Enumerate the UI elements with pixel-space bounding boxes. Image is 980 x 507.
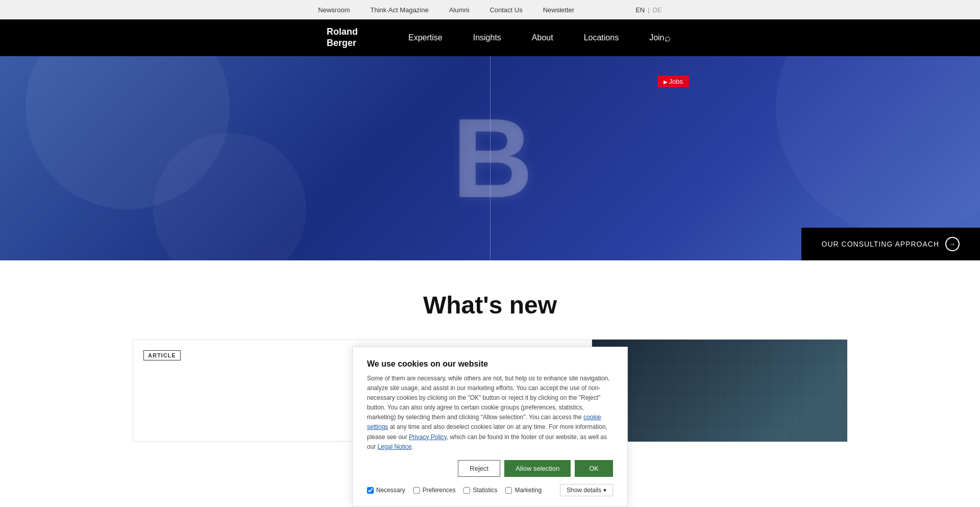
privacy-policy-link[interactable]: Privacy Policy (409, 433, 447, 441)
show-details-label: Show details (567, 487, 601, 494)
lang-de[interactable]: DE (653, 6, 662, 14)
checkbox-marketing-item: Marketing (505, 487, 542, 494)
nav-insights[interactable]: Insights (473, 33, 501, 42)
checkbox-preferences[interactable] (413, 487, 420, 494)
ok-button[interactable]: OK (575, 460, 613, 477)
top-bar: Newsroom Think·Act Magazine Alumni Conta… (0, 0, 980, 19)
vertical-line (490, 56, 491, 260)
whats-new-title: What's new (423, 291, 557, 319)
topbar-contact[interactable]: Contact Us (489, 6, 522, 14)
logo[interactable]: Roland Berger (327, 27, 378, 49)
consulting-approach-button[interactable]: OUR CONSULTING APPROACH → (801, 228, 980, 260)
machine-detail-overlay (592, 340, 847, 442)
search-button[interactable]: ⌕ (665, 32, 671, 44)
checkbox-preferences-item: Preferences (413, 487, 456, 494)
legal-notice-link[interactable]: Legal Notice (378, 443, 412, 450)
reject-button[interactable]: Reject (458, 460, 500, 477)
allow-selection-button[interactable]: Allow selection (504, 460, 571, 477)
checkbox-necessary-label: Necessary (376, 487, 405, 494)
cookie-banner: We use cookies on our website Some of th… (352, 347, 628, 508)
checkbox-marketing[interactable] (505, 487, 512, 494)
topbar-newsroom[interactable]: Newsroom (318, 6, 350, 14)
hero-section: B OUR CONSULTING APPROACH → (0, 56, 980, 260)
main-nav: Roland Berger Expertise Insights About L… (286, 19, 694, 56)
jobs-badge[interactable]: Jobs (657, 76, 689, 87)
arrow-icon: → (945, 237, 960, 251)
checkbox-statistics-item: Statistics (463, 487, 497, 494)
cookie-buttons: Reject Allow selection OK (367, 460, 613, 477)
lang-divider: | (648, 6, 649, 14)
article-image-bg (592, 340, 847, 442)
checkbox-necessary-item: Necessary (367, 487, 405, 494)
nav-locations[interactable]: Locations (584, 33, 619, 42)
consulting-approach-label: OUR CONSULTING APPROACH (822, 240, 939, 248)
lang-switcher: EN | DE (635, 6, 662, 14)
checkbox-statistics-label: Statistics (473, 487, 497, 494)
cookie-checkboxes: Necessary Preferences Statistics Marketi… (367, 484, 613, 496)
nav-about[interactable]: About (532, 33, 553, 42)
nav-join[interactable]: Join (649, 33, 664, 42)
cookie-title: We use cookies on our website (367, 359, 613, 369)
checkbox-preferences-label: Preferences (423, 487, 456, 494)
topbar-alumni[interactable]: Alumni (449, 6, 470, 14)
topbar-think-act[interactable]: Think·Act Magazine (370, 6, 428, 14)
chevron-down-icon: ▾ (603, 487, 606, 494)
lang-en[interactable]: EN (635, 6, 645, 14)
show-details-button[interactable]: Show details ▾ (560, 484, 613, 496)
article-image (592, 340, 847, 442)
nav-links: Expertise Insights About Locations Join (408, 33, 665, 42)
hero-shape-3 (776, 56, 980, 235)
cookie-text: Some of them are necessary, while others… (367, 374, 613, 452)
article-label: ARTICLE (143, 350, 181, 360)
cookie-settings-link[interactable]: cookie settings (367, 414, 601, 430)
checkbox-necessary[interactable] (367, 487, 374, 494)
checkbox-marketing-label: Marketing (514, 487, 542, 494)
checkbox-statistics[interactable] (463, 487, 470, 494)
nav-wrapper: Roland Berger Expertise Insights About L… (0, 19, 980, 56)
nav-expertise[interactable]: Expertise (408, 33, 443, 42)
topbar-newsletter[interactable]: Newsletter (543, 6, 574, 14)
